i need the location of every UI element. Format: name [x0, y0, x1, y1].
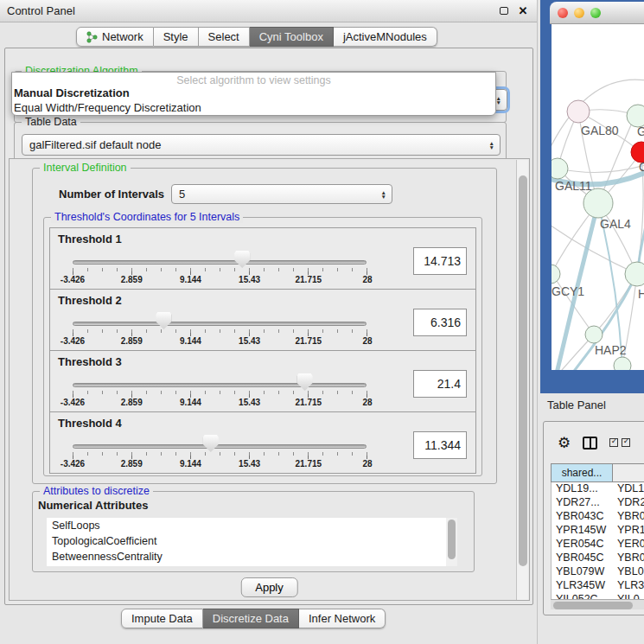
node-label: HAP2: [595, 343, 627, 357]
network-icon: [86, 31, 99, 43]
slider-tick-labels: -3.426 2.859 9.144 15.43 21.715 28: [73, 398, 367, 408]
table-row[interactable]: YPR145WYPR1: [552, 524, 644, 538]
node-partial-h[interactable]: [625, 262, 644, 286]
threshold-label: Threshold 3: [58, 355, 122, 368]
threshold-value-field[interactable]: 11.344: [413, 431, 467, 459]
zoom-button[interactable]: [590, 8, 601, 18]
list-item[interactable]: BetweennessCentrality: [47, 549, 446, 564]
network-canvas[interactable]: GAL80 G C GAL11 GAL4 GCY1 H HAP2: [552, 24, 644, 370]
numerical-attributes-list[interactable]: SelfLoops TopologicalCoefficient Between…: [47, 518, 446, 566]
node-label: H: [638, 287, 644, 301]
bottom-tab-bar: Impute Data Discretize Data Infer Networ…: [121, 609, 386, 628]
table-row[interactable]: YBL079WYBL0: [552, 565, 644, 579]
slider-thumb[interactable]: [156, 312, 171, 329]
slider-thumb[interactable]: [234, 251, 250, 268]
slider-tick-labels: -3.426 2.859 9.144 15.43 21.715 28: [73, 459, 367, 469]
table-row[interactable]: YDL19...YDL1: [552, 482, 644, 496]
list-item[interactable]: TopologicalCoefficient: [47, 533, 446, 549]
number-of-intervals-combo[interactable]: 5 ▲▼: [171, 184, 392, 204]
vertical-scrollbar-thumb[interactable]: [519, 175, 527, 566]
table-row[interactable]: YLR345WYLR3: [552, 579, 644, 593]
table-toolbar: ⚙: [544, 422, 644, 463]
table-row[interactable]: YDR27...YDR2: [552, 496, 644, 510]
threshold-value-field[interactable]: 21.4: [413, 370, 467, 398]
tick-label: -3.426: [61, 398, 85, 407]
tick-label: 9.144: [180, 275, 201, 284]
tick-label: 28: [362, 336, 372, 346]
list-scrollbar[interactable]: [446, 518, 457, 566]
horizontal-scrollbar[interactable]: [551, 599, 644, 609]
table-row[interactable]: YBR043CYBR0: [552, 510, 644, 524]
tab-cyni-toolbox[interactable]: Cyni Toolbox: [250, 27, 334, 47]
numerical-attributes-label: Numerical Attributes: [38, 499, 148, 512]
dropdown-placeholder-item[interactable]: Select algorithm to view settings: [12, 73, 495, 86]
float-window-icon[interactable]: [497, 4, 511, 18]
gear-icon[interactable]: ⚙: [558, 434, 571, 452]
column-header-name[interactable]: n: [613, 463, 644, 482]
node-gcy1[interactable]: [552, 265, 560, 284]
node-label: GCY1: [552, 284, 584, 298]
vertical-scrollbar[interactable]: [516, 160, 528, 601]
slider-thumb[interactable]: [203, 435, 219, 452]
dropdown-item-equal-width-frequency[interactable]: Equal Width/Frequency Discretization: [12, 100, 495, 115]
tab-label: Style: [163, 30, 188, 43]
split-view-icon[interactable]: [583, 437, 597, 450]
control-panel-titlebar: Control Panel ✕: [0, 0, 537, 22]
tab-jactivemnodules[interactable]: jActiveMNodules: [334, 27, 437, 47]
node-gal80[interactable]: [567, 100, 590, 123]
tab-infer-network[interactable]: Infer Network: [299, 609, 386, 628]
table-header-row: shared... n: [551, 463, 644, 482]
table-row[interactable]: YER054CYER0: [552, 538, 644, 552]
table-data-combo[interactable]: galFiltered.sif default node ▲▼: [22, 134, 501, 156]
tick-label: 15.43: [239, 398, 260, 407]
minimize-button[interactable]: [574, 8, 584, 18]
tab-network[interactable]: Network: [76, 27, 154, 47]
close-icon[interactable]: ✕: [516, 4, 530, 18]
network-window-titlebar: [550, 2, 644, 24]
table-data-group: Table Data galFiltered.sif default node …: [14, 122, 507, 163]
tab-label: Discretize Data: [213, 612, 289, 625]
interval-definition-group: Interval Definition Number of Intervals …: [32, 168, 497, 484]
tab-label: Network: [102, 30, 143, 43]
checkbox-icon[interactable]: [609, 438, 618, 447]
tick-label: -3.426: [61, 336, 85, 346]
tick-label: 9.144: [180, 398, 201, 407]
tab-label: Infer Network: [309, 612, 375, 625]
node-gal11[interactable]: [552, 158, 568, 179]
number-of-intervals-label: Number of Intervals: [59, 188, 164, 201]
tab-impute-data[interactable]: Impute Data: [121, 609, 203, 628]
tab-label: Cyni Toolbox: [259, 30, 323, 43]
tick-label: 28: [362, 459, 372, 469]
dropdown-item-manual-discretization[interactable]: Manual Discretization: [12, 86, 495, 100]
node-partial-bottom[interactable]: [614, 357, 631, 370]
tab-discretize-data[interactable]: Discretize Data: [203, 609, 299, 628]
node-hap2[interactable]: [585, 326, 603, 343]
slider-thumb[interactable]: [297, 373, 313, 391]
threshold-row: Threshold 3 -3.426 2.859 9.144 15.43 21.…: [49, 350, 476, 412]
table-body: YDL19...YDL1 YDR27...YDR2 YBR043CYBR0 YP…: [551, 482, 644, 599]
threshold-value-field[interactable]: 6.316: [413, 309, 467, 336]
threshold-label: Threshold 1: [58, 233, 122, 245]
node-label: GAL4: [600, 217, 631, 231]
horizontal-scrollbar-thumb[interactable]: [553, 602, 633, 609]
attributes-group: Attributes to discretize Numerical Attri…: [32, 491, 475, 572]
table-row[interactable]: YIL052CYIL0: [552, 593, 644, 599]
column-header-shared-name[interactable]: shared...: [551, 463, 613, 482]
threshold-value-field[interactable]: 14.713: [413, 247, 467, 275]
tick-label: 2.859: [121, 459, 143, 469]
list-item[interactable]: SelfLoops: [47, 518, 446, 533]
node-label: C: [639, 160, 644, 174]
tab-select[interactable]: Select: [199, 27, 250, 47]
close-button[interactable]: [558, 8, 568, 18]
table-row[interactable]: YBR045CYBR0: [552, 552, 644, 565]
tab-style[interactable]: Style: [154, 27, 199, 47]
tick-label: 2.859: [121, 275, 143, 284]
apply-button[interactable]: Apply: [240, 577, 298, 597]
checkbox-icon[interactable]: [622, 438, 630, 447]
group-title: Threshold's Coordinates for 5 Intervals: [51, 211, 243, 223]
node-gal4[interactable]: [583, 188, 613, 218]
threshold-row: Threshold 1 -3.426 2.859 9.144 15.43 21.…: [49, 227, 476, 290]
tick-label: 2.859: [121, 398, 143, 407]
list-scrollbar-thumb[interactable]: [448, 520, 456, 559]
node-label: G: [637, 124, 644, 138]
